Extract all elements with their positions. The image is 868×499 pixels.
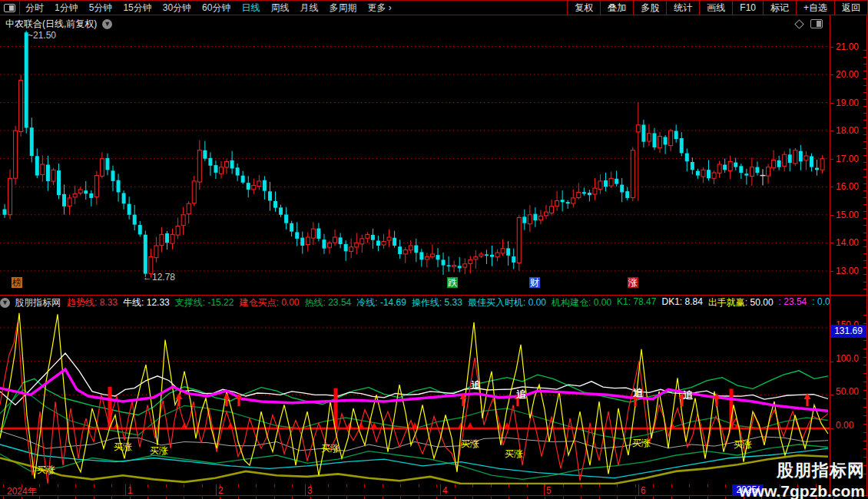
period-item-2[interactable]: 5分钟: [84, 1, 118, 15]
price-label-3: 18.00: [836, 125, 859, 136]
period-item-8[interactable]: 月线: [294, 1, 323, 15]
param-0: 趋势线: 8.33: [67, 296, 118, 309]
price-label-8: 13.00: [836, 266, 859, 276]
param-10: DK1: 8.84: [661, 296, 702, 309]
price-label-6: 15.00: [836, 210, 859, 220]
date-label-2: 2: [218, 485, 224, 496]
low-annotation: ←12.78: [143, 272, 175, 283]
indicator-axis-label-2: 50.00: [836, 386, 859, 397]
watermark: 股朋指标网 www.7gpzb.com: [739, 459, 865, 499]
indicator-axis-label-3: 0.00: [836, 420, 853, 431]
chase-signal-label-1: 追: [517, 388, 527, 402]
buy-signal-label-7: 买涨: [734, 438, 752, 451]
toolbar-button-4[interactable]: 画线: [699, 1, 732, 15]
buy-signal-label-4: 买涨: [461, 438, 479, 451]
price-label-7: 14.00: [836, 237, 859, 248]
price-label-5: 16.00: [836, 181, 859, 192]
indicator-axis-label-1: 100.0: [836, 353, 859, 364]
toolbar-button-0[interactable]: 复权: [567, 1, 600, 15]
period-item-9[interactable]: 多周期: [323, 1, 362, 15]
window-icon-glyph: [4, 4, 15, 12]
param-7: 最佳买入时机: 0.00: [468, 296, 546, 309]
period-item-6[interactable]: 日线: [236, 1, 265, 15]
toolbar-button-5[interactable]: F10: [732, 1, 763, 15]
price-label-1: 20.00: [836, 69, 859, 80]
toolbar-button-7[interactable]: +自选: [796, 1, 834, 15]
period-item-4[interactable]: 30分钟: [157, 1, 197, 15]
toolbar-button-8[interactable]: 返回: [834, 1, 868, 15]
param-6: 操作线: 5.33: [412, 296, 462, 309]
buy-signal-label-6: 买涨: [632, 437, 651, 450]
event-badge-0: 榜: [12, 277, 22, 288]
toolbar-button-1[interactable]: 叠加: [600, 1, 633, 15]
panel-divider: [0, 295, 868, 296]
param-5: 冷线: -14.69: [356, 296, 406, 309]
param-4: 热线: 23.54: [305, 296, 352, 309]
date-axis: 2024年1234562025/: [0, 484, 868, 496]
window-icon[interactable]: [0, 1, 20, 15]
indicator-param-row: ▼ 股朋指标网 趋势线: 8.33牛线: 12.33支撑线: -15.22建仓买…: [0, 296, 830, 309]
date-label-1: 1: [128, 485, 133, 496]
param-2: 支撑线: -15.22: [175, 296, 234, 309]
indicator-chart[interactable]: [0, 309, 830, 484]
chase-signal-label-0: 追: [472, 378, 482, 392]
date-label-3: 3: [307, 485, 313, 496]
corner-icons: [796, 19, 823, 28]
indicator-params: 趋势线: 8.33牛线: 12.33支撑线: -15.22建仓买点: 0.00热…: [67, 296, 830, 309]
period-item-1[interactable]: 1分钟: [49, 1, 84, 15]
period-item-7[interactable]: 周线: [265, 1, 294, 15]
param-8: 机构建仓: 0.00: [552, 296, 611, 309]
buy-signal-label-1: 买涨: [114, 441, 132, 454]
param-3: 建仓买点: 0.00: [239, 296, 299, 309]
param-1: 牛线: 12.33: [123, 296, 170, 309]
price-axis: 21.0020.0019.0018.0017.0016.0015.0014.00…: [830, 15, 868, 295]
watermark-url: www.7gpzb.com: [739, 482, 865, 499]
event-badge-1: 跌: [447, 277, 458, 288]
period-item-5[interactable]: 60分钟: [197, 1, 236, 15]
indicator-source: 股朋指标网: [15, 296, 61, 309]
period-item-10[interactable]: 更多 ›: [362, 1, 396, 15]
indicator-cursor-value: 131.69: [830, 325, 866, 338]
stock-title[interactable]: 中农联合(日线,前复权): [5, 18, 97, 31]
toolbar-buttons: 复权叠加多股统计画线F10标记+自选返回: [567, 1, 868, 15]
toolbar-button-3[interactable]: 统计: [666, 1, 699, 15]
param-11: 出手就赢: 50.00: [708, 296, 774, 309]
split-panel-icon[interactable]: [810, 19, 823, 28]
buy-signal-label-2: 买涨: [150, 444, 168, 458]
title-row: 中农联合(日线,前复权) ▼: [5, 18, 112, 31]
buy-signal-label-3: 买涨: [321, 442, 340, 455]
chase-signal-label-2: 追: [634, 386, 644, 400]
indicator-axis: 150.0100.050.000.00131.69: [830, 296, 868, 484]
chase-signal-label-3: 追: [684, 388, 694, 402]
param-12: : 23.54: [779, 296, 807, 309]
axis-separator: [830, 15, 830, 497]
period-item-3[interactable]: 15分钟: [118, 1, 157, 15]
right-border: [866, 15, 867, 497]
top-toolbar: 分时1分钟5分钟15分钟30分钟60分钟日线周线月线多周期更多 › 复权叠加多股…: [0, 0, 868, 15]
event-badge-3: 涨: [628, 277, 638, 288]
indicator-chevron-icon[interactable]: ▼: [0, 298, 10, 308]
toolbar-button-2[interactable]: 多股: [633, 1, 666, 15]
period-menu: 分时1分钟5分钟15分钟30分钟60分钟日线周线月线多周期更多 ›: [20, 1, 397, 15]
date-label-4: 4: [442, 485, 448, 496]
buy-signal-label-5: 买涨: [505, 448, 523, 461]
buy-signal-label-0: 买涨: [37, 464, 55, 477]
toolbar-button-6[interactable]: 标记: [763, 1, 796, 15]
price-label-0: 21.00: [836, 41, 859, 52]
date-label-6: 6: [641, 485, 646, 496]
diamond-icon[interactable]: [794, 19, 804, 29]
chevron-down-icon[interactable]: ▼: [102, 19, 112, 29]
price-label-2: 19.00: [836, 97, 859, 108]
date-label-5: 5: [546, 485, 552, 496]
event-badge-2: 财: [529, 277, 540, 288]
watermark-site-name: 股朋指标网: [739, 459, 865, 482]
price-label-4: 17.00: [836, 154, 859, 164]
param-13: : 0.00: [812, 296, 830, 309]
high-annotation: ~21.50: [28, 30, 56, 41]
price-chart[interactable]: [0, 15, 830, 296]
param-9: K1: 78.47: [617, 296, 656, 309]
period-item-0[interactable]: 分时: [20, 1, 49, 15]
